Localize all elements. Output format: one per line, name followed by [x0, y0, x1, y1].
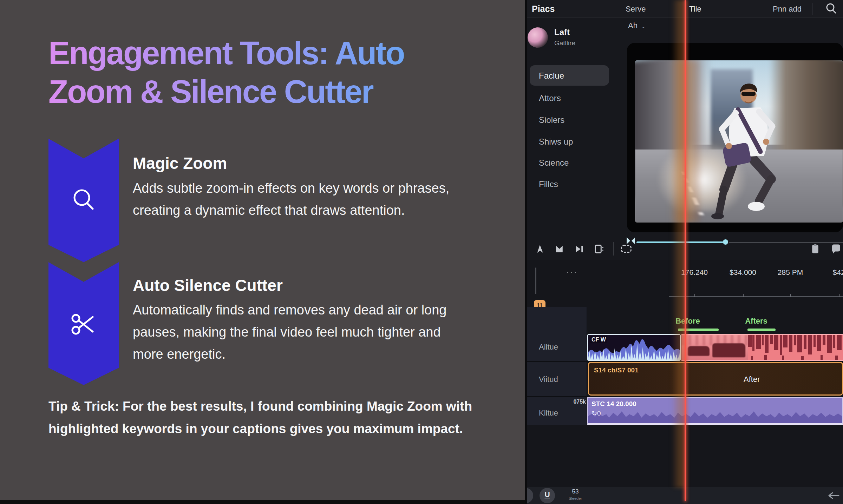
orange-clip-after-label: After	[744, 375, 760, 384]
slide-panel: Engagement Tools: Auto Zoom & Silence Cu…	[0, 0, 527, 504]
aspect-dropdown[interactable]: Ah⌄	[628, 21, 646, 30]
feature-heading-magic-zoom: Magic Zoom	[133, 154, 227, 173]
sidebar-item-shiws-up[interactable]: Shiws up	[539, 137, 573, 147]
magnifier-icon	[71, 188, 96, 213]
sidebar-item-attors[interactable]: Attors	[539, 93, 561, 103]
speed-control[interactable]: 53 Sleeder	[566, 488, 584, 500]
slide-title-line2: Zoom & Silence Cutter	[48, 72, 404, 111]
speed-value: 53	[566, 488, 584, 495]
tip-text: Tip & Trick: For the best results, I fou…	[48, 395, 489, 440]
timeline-overflow-button[interactable]: ...	[566, 265, 578, 276]
silence-cutter-banner	[48, 262, 119, 385]
search-button[interactable]	[824, 1, 839, 16]
menu-item-piacs[interactable]: Piacs	[532, 4, 555, 14]
video-editor-window: Piacs Serve Tile Pnn add Laft Gatllire F…	[527, 0, 843, 504]
ruler-tick	[694, 294, 695, 297]
tool-button-glyph: U	[540, 490, 555, 499]
compare-bar-before	[678, 329, 719, 331]
track-label-viitud: Viitud	[539, 375, 558, 384]
preview-panel	[627, 43, 843, 232]
ruler-label: $34.000	[730, 268, 756, 277]
transport-divider	[613, 242, 614, 256]
compare-bar-afters	[747, 329, 776, 331]
sidebar-item-fillcs[interactable]: Fillcs	[539, 179, 558, 189]
track-header-column	[527, 307, 587, 425]
speed-caption: Sleeder	[566, 496, 584, 500]
ruler-label: 285 PM	[778, 268, 803, 277]
ruler-tick	[790, 294, 791, 297]
compare-label-afters: Afters	[745, 317, 767, 326]
feature-heading-silence-cutter: Auto Silence Cutter	[133, 276, 283, 295]
track-label-kiitue: Kiitue	[539, 409, 558, 418]
ruler-label: $42.0	[833, 268, 843, 277]
waveform-red	[748, 335, 843, 360]
avatar[interactable]	[528, 27, 548, 48]
sidebar-item-siolers[interactable]: Siolers	[539, 115, 564, 125]
ruler-tick	[839, 294, 840, 297]
audio-clip[interactable]: CF W	[587, 334, 681, 361]
slide-title-line1: Engagement Tools: Auto	[48, 34, 404, 72]
music-clip-purple[interactable]: STC 14 20.000 ↻0	[587, 397, 843, 425]
search-icon	[824, 1, 839, 16]
audio-clip-label: CF W	[590, 336, 607, 343]
orange-clip-label: S14 cb/S7 001	[594, 366, 639, 374]
purple-clip-label: STC 14 20.000	[592, 400, 636, 408]
sidebar-item-faclue[interactable]: Faclue	[539, 71, 564, 81]
tool-button[interactable]: U	[540, 488, 555, 503]
clipboard-icon[interactable]	[810, 244, 821, 254]
screen: Engagement Tools: Auto Zoom & Silence Cu…	[0, 0, 843, 504]
text-clip-orange[interactable]: S14 cb/S7 001 After	[588, 362, 843, 396]
menubar-divider	[812, 3, 812, 15]
cursor-play-icon[interactable]	[535, 244, 545, 254]
crop-ratio-icon[interactable]	[620, 244, 632, 254]
menu-item-pnn-add[interactable]: Pnn add	[773, 5, 802, 14]
chevron-down-icon: ⌄	[641, 23, 646, 29]
timeline-left-divider	[535, 267, 536, 294]
running-man	[697, 70, 802, 221]
profile-name: Laft	[554, 27, 570, 37]
back-arrow-icon[interactable]	[826, 491, 840, 500]
menu-item-tile[interactable]: Tile	[689, 5, 701, 14]
playhead[interactable]	[685, 0, 686, 501]
ruler-tick	[743, 294, 744, 297]
magic-zoom-banner	[48, 139, 119, 262]
video-clip-red[interactable]	[681, 334, 843, 361]
partial-tool-button[interactable]	[527, 488, 533, 503]
compare-label-before: Before	[675, 317, 700, 326]
feature-body-silence-cutter: Automatically finds and removes any dead…	[133, 299, 472, 365]
skip-back-icon[interactable]	[554, 244, 565, 254]
sidebar-item-science[interactable]: Science	[539, 158, 569, 168]
red-clip-thumbnail	[681, 335, 748, 360]
comment-bubble-icon[interactable]	[830, 244, 841, 254]
profile-subtitle: Gatllire	[554, 39, 575, 47]
purple-clip-loop-label: ↻0	[592, 409, 601, 417]
scissors-icon	[70, 311, 98, 339]
skip-forward-icon[interactable]	[574, 244, 584, 254]
feature-body-magic-zoom: Adds subtle zoom-in effects on key words…	[133, 177, 466, 221]
device-frame-icon[interactable]	[594, 244, 604, 254]
track-meta-075k: 075k	[566, 399, 586, 405]
track-label-aiitue: Aiitue	[539, 343, 558, 352]
slide-title: Engagement Tools: Auto Zoom & Silence Cu…	[48, 34, 404, 111]
video-frame[interactable]	[635, 60, 843, 223]
aspect-dropdown-label: Ah	[628, 21, 638, 30]
slide-bottom-strip	[0, 500, 527, 504]
menu-item-serve[interactable]: Serve	[626, 5, 646, 14]
timeline-ruler[interactable]	[669, 296, 843, 297]
